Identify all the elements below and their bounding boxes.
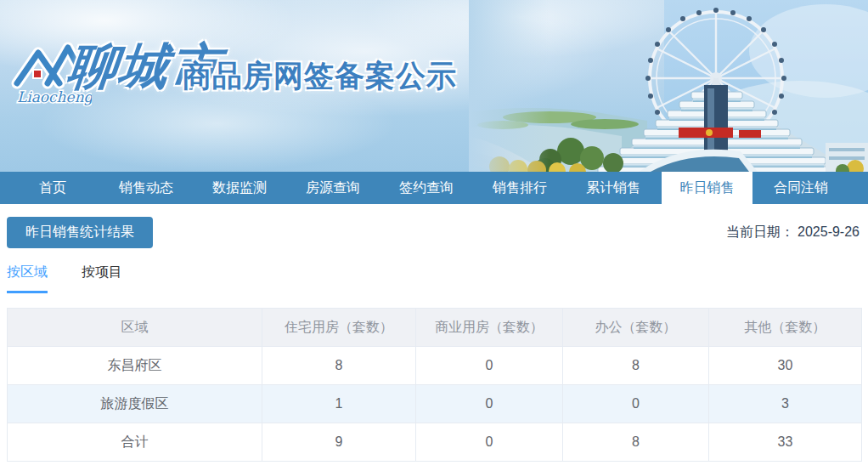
col-header-other: 其他（套数）: [709, 309, 862, 347]
nav-item-sales-ranking[interactable]: 销售排行: [475, 172, 565, 204]
nav-item-data-monitoring[interactable]: 数据监测: [194, 172, 285, 204]
cell-commercial: 0: [416, 423, 563, 462]
current-date: 当前日期：2025-9-26: [726, 224, 861, 241]
main-nav: 首页 销售动态 数据监测 房源查询 签约查询 销售排行 累计销售 昨日销售 合同…: [0, 172, 868, 204]
cell-other: 3: [709, 385, 862, 423]
site-title: 商品房网签备案公示: [182, 56, 457, 96]
nav-item-cumulative-sales[interactable]: 累计销售: [568, 172, 658, 204]
col-header-commercial: 商业用房（套数）: [416, 309, 563, 347]
table-row-total: 合计 9 0 8 33: [8, 423, 862, 462]
banner-photo-ferris-wheel: [469, 0, 868, 172]
table-row-dongchangfu: 东昌府区 8 0 8 30: [8, 347, 862, 385]
logo-red-square: [33, 70, 42, 78]
col-header-region: 区域: [8, 309, 262, 347]
view-tabs: 按区域 按项目: [7, 264, 861, 293]
cell-region: 旅游度假区: [8, 385, 262, 423]
cell-other: 33: [709, 423, 862, 462]
nav-item-contract-cancellation[interactable]: 合同注销: [756, 172, 846, 204]
table-row-tourism-resort: 旅游度假区 1 0 0 3: [8, 385, 862, 423]
tab-by-region[interactable]: 按区域: [7, 264, 48, 293]
yesterday-sales-table: 区域 住宅用房（套数） 商业用房（套数） 办公（套数） 其他（套数） 东昌府区 …: [7, 308, 862, 462]
nav-item-contract-search[interactable]: 签约查询: [381, 172, 471, 204]
table-header-row: 区域 住宅用房（套数） 商业用房（套数） 办公（套数） 其他（套数）: [8, 309, 862, 347]
cell-residential: 1: [262, 385, 416, 423]
toolbar: 昨日销售统计结果 当前日期：2025-9-26: [7, 217, 861, 248]
site-banner: Liaocheng 聊城市 商品房网签备案公示: [0, 0, 868, 172]
cell-other: 30: [709, 347, 862, 385]
nav-item-sales-trends[interactable]: 销售动态: [101, 172, 191, 204]
cell-region: 合计: [8, 423, 262, 462]
col-header-office: 办公（套数）: [563, 309, 709, 347]
cell-residential: 9: [262, 423, 416, 462]
nav-item-yesterday-sales[interactable]: 昨日销售: [662, 172, 752, 204]
yesterday-sales-result-button[interactable]: 昨日销售统计结果: [7, 217, 153, 248]
cell-office: 8: [563, 423, 709, 462]
cell-residential: 8: [262, 347, 416, 385]
cell-office: 8: [563, 347, 709, 385]
current-date-label: 当前日期：: [726, 224, 794, 239]
nav-item-listing-search[interactable]: 房源查询: [288, 172, 378, 204]
cell-region: 东昌府区: [8, 347, 262, 385]
current-date-value: 2025-9-26: [798, 224, 860, 239]
cell-commercial: 0: [416, 347, 563, 385]
tab-by-project[interactable]: 按项目: [82, 264, 122, 293]
nav-item-home[interactable]: 首页: [8, 172, 98, 204]
cell-commercial: 0: [416, 385, 563, 423]
main-content: 昨日销售统计结果 当前日期：2025-9-26 按区域 按项目 区域 住宅用房（…: [0, 217, 868, 462]
col-header-residential: 住宅用房（套数）: [262, 309, 416, 347]
cell-office: 0: [563, 385, 709, 423]
